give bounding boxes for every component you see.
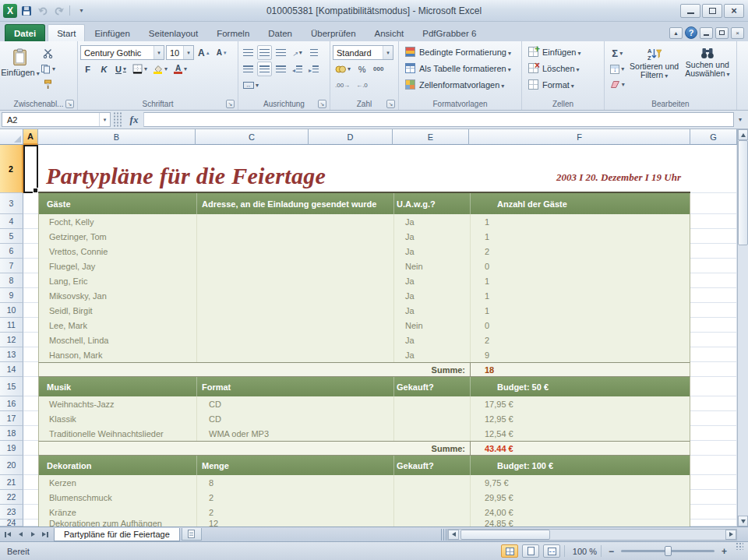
name-box[interactable]: A2 ▾	[2, 112, 111, 127]
cell[interactable]: 1	[470, 288, 691, 303]
scroll-right-button[interactable]	[725, 530, 736, 540]
clear-button[interactable]	[607, 77, 628, 92]
normal-view-button[interactable]	[501, 544, 518, 558]
tab-daten[interactable]: Daten	[259, 24, 302, 41]
format-painter-button[interactable]	[38, 77, 58, 92]
row-header[interactable]: 20	[0, 456, 23, 475]
sheet-tab-active[interactable]: Partypläne für die Feiertage	[54, 528, 180, 541]
column-header-e[interactable]: E	[393, 129, 469, 145]
accounting-format-button[interactable]	[333, 62, 353, 76]
close-button[interactable]: ×	[724, 4, 744, 18]
tab-datei[interactable]: Datei	[5, 24, 45, 41]
cell[interactable]: Blumenschmuck	[39, 490, 196, 505]
cell[interactable]	[393, 505, 470, 519]
cell[interactable]: 43.44 €	[470, 442, 691, 455]
row-header[interactable]: 6	[0, 244, 23, 259]
row-header[interactable]: 18	[0, 426, 23, 441]
zoom-slider-thumb[interactable]	[665, 546, 672, 556]
cell[interactable]	[196, 229, 393, 244]
underline-button[interactable]: U	[113, 62, 129, 76]
decrease-indent-button[interactable]	[290, 62, 305, 76]
cell[interactable]: Ja	[393, 244, 470, 259]
paste-button[interactable]: Einfügen	[2, 44, 38, 98]
vertical-scroll-thumb[interactable]	[738, 140, 748, 245]
redo-button[interactable]	[51, 3, 66, 18]
cell[interactable]	[196, 347, 393, 362]
cell[interactable]: Lee, Mark	[39, 318, 196, 333]
tab-split-handle[interactable]	[441, 529, 446, 541]
cell[interactable]	[23, 193, 38, 214]
row-header[interactable]: 7	[0, 259, 23, 273]
cell[interactable]	[690, 347, 737, 362]
cell[interactable]: CD	[196, 396, 393, 411]
cell[interactable]	[393, 411, 470, 426]
cell[interactable]: Ja	[393, 333, 470, 347]
cell[interactable]	[23, 426, 38, 441]
conditional-formatting-button[interactable]: Bedingte Formatierung	[401, 44, 519, 60]
font-color-button[interactable]: A	[171, 62, 189, 76]
copy-button[interactable]	[38, 62, 58, 76]
cell[interactable]: Fluegel, Jay	[39, 259, 196, 273]
cell[interactable]: Nein	[393, 259, 470, 273]
cell[interactable]	[690, 229, 737, 244]
insert-function-button[interactable]: fx	[125, 112, 143, 127]
cell[interactable]: 12	[196, 519, 393, 527]
cell[interactable]: Gekauft?	[393, 377, 470, 396]
previous-sheet-button[interactable]	[14, 529, 26, 541]
cell[interactable]	[196, 273, 393, 288]
find-select-button[interactable]: Suchen und Auswählen	[681, 44, 734, 98]
cell[interactable]	[196, 214, 393, 229]
workbook-close-button[interactable]: ×	[731, 27, 744, 39]
cell[interactable]: Focht, Kelly	[39, 214, 196, 229]
cell[interactable]	[690, 396, 737, 411]
chevron-down-icon[interactable]: ▾	[99, 113, 110, 126]
cell[interactable]	[393, 396, 470, 411]
column-header-c[interactable]: C	[196, 129, 309, 145]
undo-button[interactable]	[35, 3, 50, 18]
increase-indent-button[interactable]	[306, 62, 321, 76]
align-top-button[interactable]	[241, 45, 256, 60]
row-header[interactable]: 3	[0, 193, 23, 214]
zoom-level[interactable]: 100 %	[569, 547, 597, 556]
cell[interactable]: Gekauft?	[393, 456, 470, 475]
cell[interactable]	[39, 363, 196, 376]
tab-einfuegen[interactable]: Einfügen	[85, 24, 139, 41]
cell[interactable]: 24,85 €	[470, 519, 691, 527]
cell[interactable]: 1	[470, 273, 691, 288]
cell[interactable]: 1	[470, 229, 691, 244]
tab-start[interactable]: Start	[48, 24, 85, 41]
cell[interactable]: 18	[470, 363, 691, 376]
cell[interactable]: 17,95 €	[470, 396, 691, 411]
row-header[interactable]: 17	[0, 411, 23, 426]
cell[interactable]: Hanson, Mark	[39, 347, 196, 362]
row-header[interactable]: 9	[0, 288, 23, 303]
bold-button[interactable]: F	[80, 62, 95, 76]
cell[interactable]	[690, 441, 737, 456]
cell[interactable]	[23, 362, 38, 377]
row-header[interactable]: 11	[0, 318, 23, 333]
cell[interactable]	[690, 377, 737, 396]
maximize-button[interactable]	[702, 4, 722, 18]
scroll-left-button[interactable]	[448, 530, 459, 540]
cell[interactable]: 8	[196, 475, 393, 490]
row-header[interactable]: 10	[0, 303, 23, 318]
row-header[interactable]: 12	[0, 333, 23, 347]
row-header[interactable]: 13	[0, 347, 23, 362]
row-header[interactable]: 8	[0, 273, 23, 288]
cell[interactable]: Ja	[393, 303, 470, 318]
cell[interactable]: U.A.w.g.?	[393, 193, 470, 214]
row-header[interactable]: 2	[0, 145, 23, 193]
align-middle-button[interactable]	[257, 45, 272, 60]
cell[interactable]: Dekoration	[39, 456, 196, 475]
cell[interactable]: 9,75 €	[470, 475, 691, 490]
tab-pdfgrabber[interactable]: PdfGrabber 6	[413, 24, 485, 41]
horizontal-scrollbar[interactable]	[447, 529, 737, 541]
excel-logo-icon[interactable]: X	[3, 4, 17, 18]
row-header[interactable]: 4	[0, 214, 23, 229]
cell[interactable]: Anzahl der Gäste	[470, 193, 691, 214]
last-sheet-button[interactable]	[39, 529, 51, 541]
cell[interactable]	[393, 475, 470, 490]
cell-title[interactable]: Partypläne für die Feiertage 2003 I 20. …	[38, 145, 690, 193]
cell[interactable]: Vrettos, Connie	[39, 244, 196, 259]
cell[interactable]	[39, 442, 196, 455]
